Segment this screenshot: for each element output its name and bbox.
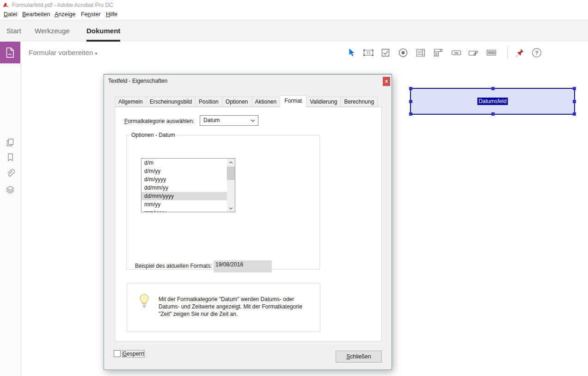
tab-erscheinungsbild[interactable]: Erscheinungsbild <box>146 97 196 107</box>
dropdown-tool[interactable] <box>433 47 444 58</box>
help-button[interactable]: ? <box>531 47 542 58</box>
date-format-listbox[interactable]: d/m d/m/yy d/m/yyyy dd/mm/yy dd/mm/yyyy … <box>141 158 235 212</box>
cursor-icon <box>346 47 357 58</box>
tab-werkzeuge[interactable]: Werkzeuge <box>35 20 70 42</box>
radio-button-icon <box>398 47 409 58</box>
dialog-tab-strip: Allgemein Erscheinungsbild Position Opti… <box>115 95 377 107</box>
layers-icon <box>5 185 15 195</box>
list-item[interactable]: mm/yy <box>141 200 227 209</box>
prepare-form-title: Formular vorbereiten <box>29 49 93 56</box>
example-value: 19/08/2016 <box>214 260 272 272</box>
list-item[interactable]: mm/yyyy <box>141 209 227 212</box>
list-item[interactable]: d/m <box>141 159 227 167</box>
tab-format[interactable]: Format <box>280 95 306 107</box>
format-tab-page: Formatkategorie auswählen: Datum Optione… <box>115 107 382 341</box>
resize-handle-e[interactable] <box>573 100 576 103</box>
locked-checkbox-group: Gesperrt <box>114 350 144 357</box>
date-format-rows: d/m d/m/yy d/m/yyyy dd/mm/yy dd/mm/yyyy … <box>141 159 227 212</box>
help-icon: ? <box>531 47 542 58</box>
resize-handle-sw[interactable] <box>409 112 412 116</box>
attachments-button[interactable] <box>5 168 15 178</box>
signature-tool[interactable] <box>468 47 479 58</box>
barcode-icon <box>485 47 497 58</box>
tab-berechnung[interactable]: Berechnung <box>340 97 378 107</box>
text-field-icon: TI <box>362 47 374 58</box>
tab-aktionen[interactable]: Aktionen <box>251 97 281 107</box>
scroll-up-icon <box>229 161 233 164</box>
prepare-form-icon <box>5 47 16 59</box>
textfield-properties-dialog: Textfeld - Eigenschaften x Allgemein Ers… <box>104 74 392 370</box>
menu-anzeige[interactable]: Anzeige <box>55 11 75 18</box>
scrollbar-thumb[interactable] <box>227 166 235 180</box>
list-box-icon <box>415 47 426 58</box>
list-box-tool[interactable] <box>415 47 426 58</box>
groupbox-title: Optionen - Datum <box>129 132 177 138</box>
resize-handle-s[interactable] <box>491 112 495 116</box>
example-label: Beispiel des aktuellen Formats: <box>135 263 212 269</box>
dialog-title: Textfeld - Eigenschaften <box>108 74 167 88</box>
list-item-selected[interactable]: dd/mm/yyyy <box>141 192 227 200</box>
lightbulb-icon <box>138 294 150 310</box>
tab-validierung[interactable]: Validierung <box>306 97 341 107</box>
titlebar: Formularfeld.pdf - Adobe Acrobat Pro DC <box>0 0 588 10</box>
tab-start[interactable]: Start <box>6 20 21 42</box>
dialog-close-button[interactable]: x <box>383 77 390 86</box>
list-item[interactable]: d/m/yyyy <box>141 175 227 184</box>
resize-handle-ne[interactable] <box>573 87 576 90</box>
menu-bearbeiten[interactable]: Bearbeiten <box>22 11 50 18</box>
barcode-tool[interactable] <box>485 47 496 58</box>
hint-box: Mit der Formatkategorie "Datum" werden D… <box>127 283 320 332</box>
form-toolbar: Formular vorbereiten ▾ TI <box>0 42 588 64</box>
list-item[interactable]: dd/mm/yy <box>141 184 227 192</box>
layers-button[interactable] <box>5 185 15 195</box>
tab-optionen[interactable]: Optionen <box>222 97 252 107</box>
tab-dokument[interactable]: Dokument <box>86 20 120 42</box>
resize-handle-se[interactable] <box>573 112 576 116</box>
checkbox-icon <box>380 47 391 58</box>
svg-text:OK: OK <box>454 51 459 55</box>
page-thumbnails-button[interactable] <box>5 137 15 148</box>
resize-handle-n[interactable] <box>491 87 495 90</box>
checkbox-tool[interactable] <box>380 47 391 58</box>
format-category-value: Datum <box>203 116 220 125</box>
menu-datei[interactable]: Datei <box>4 11 17 18</box>
scroll-down-icon <box>229 207 233 210</box>
menubar: Datei Bearbeiten Anzeige Fenster Hilfe <box>0 10 588 20</box>
hint-text: Mit der Formatkategorie "Datum" werden D… <box>159 296 318 318</box>
toolbar-separator <box>507 46 508 59</box>
prepare-form-tool-badge[interactable] <box>0 42 20 63</box>
chevron-down-icon <box>251 119 255 122</box>
ok-button-icon: OK <box>450 47 462 58</box>
datumsfeld-form-field[interactable]: Datumsfeld <box>410 88 575 115</box>
dropdown-icon <box>433 47 444 58</box>
window-title: Formularfeld.pdf - Adobe Acrobat Pro DC <box>12 2 113 8</box>
radio-button-tool[interactable] <box>398 47 409 58</box>
page-thumbnails-icon <box>5 137 15 148</box>
resize-handle-nw[interactable] <box>409 87 412 90</box>
resize-handle-w[interactable] <box>409 100 412 103</box>
bookmarks-icon <box>5 152 15 162</box>
schliessen-button[interactable]: Schließen <box>336 351 382 363</box>
locked-checkbox[interactable] <box>114 350 121 357</box>
text-field-tool[interactable]: TI <box>362 47 374 58</box>
svg-text:TI: TI <box>367 50 371 55</box>
form-field-name: Datumsfeld <box>477 98 508 105</box>
tab-allgemein[interactable]: Allgemein <box>115 97 147 107</box>
scroll-up-button[interactable] <box>227 159 235 166</box>
close-icon: x <box>385 78 388 84</box>
listbox-scrollbar[interactable] <box>227 159 235 212</box>
pin-icon <box>513 47 525 59</box>
bookmarks-button[interactable] <box>5 152 15 162</box>
menu-hilfe[interactable]: Hilfe <box>106 11 117 18</box>
select-object-tool[interactable] <box>346 47 357 58</box>
tab-position[interactable]: Position <box>195 97 222 107</box>
button-tool[interactable]: OK <box>450 47 461 58</box>
keep-tool-selected-toggle[interactable] <box>513 47 524 58</box>
menu-fenster[interactable]: Fenster <box>81 11 100 18</box>
prepare-form-dropdown[interactable]: Formular vorbereiten ▾ <box>29 42 97 63</box>
format-category-select[interactable]: Datum <box>200 115 258 126</box>
signature-icon <box>468 47 480 58</box>
scroll-down-button[interactable] <box>227 204 235 212</box>
main-toolbar: Start Werkzeuge Dokument <box>0 20 588 42</box>
list-item[interactable]: d/m/yy <box>141 167 227 175</box>
